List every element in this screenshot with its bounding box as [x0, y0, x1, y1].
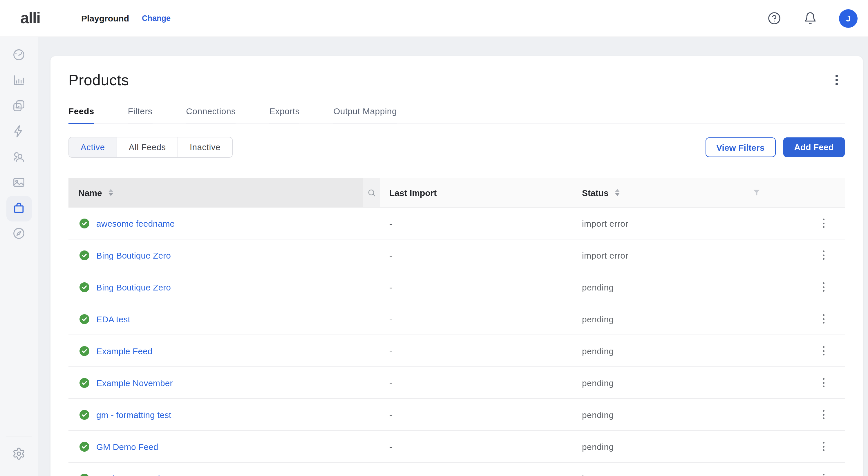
- table-row: Bing Boutique Zero - pending: [68, 271, 845, 303]
- feed-filter-inactive[interactable]: Inactive: [178, 137, 232, 157]
- feed-name-cell: Bing Boutique Zero: [68, 250, 363, 260]
- sort-icon[interactable]: [615, 189, 620, 196]
- last-import-value: -: [380, 410, 582, 419]
- feed-name-link[interactable]: Jamie Test Feed: [96, 473, 160, 476]
- toolbar-buttons: View Filters Add Feed: [705, 137, 845, 157]
- row-kebab-menu-icon[interactable]: [816, 375, 831, 390]
- status-value: import error: [582, 218, 744, 228]
- feed-name-link[interactable]: GM Demo Feed: [96, 442, 158, 451]
- row-actions-cell: [786, 343, 845, 358]
- column-header-last-import[interactable]: Last Import: [380, 188, 582, 197]
- row-actions-cell: [786, 247, 845, 263]
- shopping-bag-icon: [12, 201, 26, 216]
- search-icon[interactable]: [363, 178, 380, 207]
- sidebar-item-creative[interactable]: [6, 170, 32, 196]
- notifications-bell-icon[interactable]: [803, 11, 817, 25]
- feed-name-cell: Example Feed: [68, 346, 363, 356]
- view-filters-button[interactable]: View Filters: [705, 137, 775, 157]
- app-root: alli Playground Change J: [0, 0, 868, 476]
- row-actions-cell: [786, 471, 845, 476]
- row-kebab-menu-icon[interactable]: [816, 439, 831, 454]
- sidebar-bottom-divider: [6, 437, 32, 437]
- table-row: awesome feedname - import error: [68, 208, 845, 239]
- help-icon[interactable]: [767, 11, 781, 25]
- change-workspace-link[interactable]: Change: [142, 14, 170, 23]
- row-kebab-menu-icon[interactable]: [816, 407, 831, 422]
- feed-name-link[interactable]: awesome feedname: [96, 218, 175, 228]
- status-check-icon: [80, 410, 89, 419]
- table-row: Jamie Test Feed - import error: [68, 463, 845, 476]
- table-header-row: Name Last Import Status: [68, 178, 845, 208]
- kebab-menu-icon[interactable]: [829, 72, 845, 88]
- feed-name-cell: awesome feedname: [68, 218, 363, 228]
- compass-icon: [12, 227, 26, 242]
- tab-filters[interactable]: Filters: [128, 106, 152, 124]
- status-check-icon: [80, 218, 89, 228]
- feed-name-link[interactable]: gm - formatting test: [96, 410, 171, 419]
- card-header: Products: [68, 56, 845, 98]
- sidebar-items: [0, 37, 38, 247]
- table-row: Example Feed - pending: [68, 335, 845, 367]
- table-row: Example November - pending: [68, 367, 845, 399]
- sidebar-item-tasks[interactable]: [6, 94, 32, 120]
- column-header-status[interactable]: Status: [582, 188, 744, 197]
- status-value: pending: [582, 346, 744, 356]
- row-kebab-menu-icon[interactable]: [816, 471, 831, 476]
- sidebar-item-automations[interactable]: [6, 120, 32, 145]
- row-kebab-menu-icon[interactable]: [816, 311, 831, 327]
- row-kebab-menu-icon[interactable]: [816, 216, 831, 231]
- add-feed-button[interactable]: Add Feed: [783, 137, 845, 157]
- workspace-name: Playground: [81, 13, 129, 23]
- filter-funnel-icon[interactable]: [744, 189, 786, 197]
- sidebar-item-products[interactable]: [6, 196, 32, 222]
- feed-filter-all-feeds[interactable]: All Feeds: [117, 137, 178, 157]
- status-check-icon: [80, 473, 89, 476]
- feed-name-link[interactable]: Example November: [96, 378, 173, 387]
- row-kebab-menu-icon[interactable]: [816, 247, 831, 263]
- status-value: pending: [582, 282, 744, 292]
- row-actions-cell: [786, 375, 845, 390]
- sidebar-item-audiences[interactable]: [6, 145, 32, 170]
- status-check-icon: [80, 250, 89, 260]
- feed-name-link[interactable]: Bing Boutique Zero: [96, 250, 171, 260]
- sidebar-item-explore[interactable]: [6, 222, 32, 247]
- alli-logo: alli: [20, 0, 40, 37]
- tab-feeds[interactable]: Feeds: [68, 106, 94, 124]
- status-value: pending: [582, 378, 744, 387]
- column-header-name[interactable]: Name: [68, 178, 363, 207]
- user-avatar[interactable]: J: [839, 9, 858, 28]
- status-check-icon: [80, 442, 89, 451]
- sidebar-item-analytics[interactable]: [6, 68, 32, 94]
- tab-bar: FeedsFiltersConnectionsExportsOutput Map…: [68, 106, 845, 124]
- feed-name-link[interactable]: Bing Boutique Zero: [96, 282, 171, 292]
- row-actions-cell: [786, 216, 845, 231]
- tab-exports[interactable]: Exports: [269, 106, 300, 124]
- row-kebab-menu-icon[interactable]: [816, 279, 831, 295]
- table-row: Bing Boutique Zero - import error: [68, 239, 845, 271]
- feeds-toolbar: ActiveAll FeedsInactive View Filters Add…: [68, 137, 845, 158]
- row-actions-cell: [786, 279, 845, 295]
- feed-name-cell: gm - formatting test: [68, 410, 363, 419]
- tab-output-mapping[interactable]: Output Mapping: [333, 106, 397, 124]
- row-kebab-menu-icon[interactable]: [816, 343, 831, 358]
- users-icon: [12, 150, 26, 166]
- feed-name-link[interactable]: EDA test: [96, 314, 130, 324]
- workspace-switcher: Playground Change: [81, 0, 170, 37]
- last-import-value: -: [380, 218, 582, 228]
- status-value: import error: [582, 473, 744, 476]
- last-import-value: -: [380, 250, 582, 260]
- feed-name-link[interactable]: Example Feed: [96, 346, 152, 356]
- status-value: pending: [582, 314, 744, 324]
- status-check-icon: [80, 378, 89, 387]
- sort-icon[interactable]: [108, 189, 113, 196]
- feed-name-cell: EDA test: [68, 314, 363, 324]
- name-column-label: Name: [78, 188, 102, 197]
- table-row: GM Demo Feed - pending: [68, 431, 845, 463]
- feed-filter-active[interactable]: Active: [69, 137, 117, 157]
- status-value: pending: [582, 442, 744, 451]
- settings-gear-icon[interactable]: [6, 441, 31, 466]
- sidebar-item-dashboard[interactable]: [6, 43, 32, 68]
- tab-connections[interactable]: Connections: [186, 106, 236, 124]
- row-actions-cell: [786, 311, 845, 327]
- last-import-value: -: [380, 473, 582, 476]
